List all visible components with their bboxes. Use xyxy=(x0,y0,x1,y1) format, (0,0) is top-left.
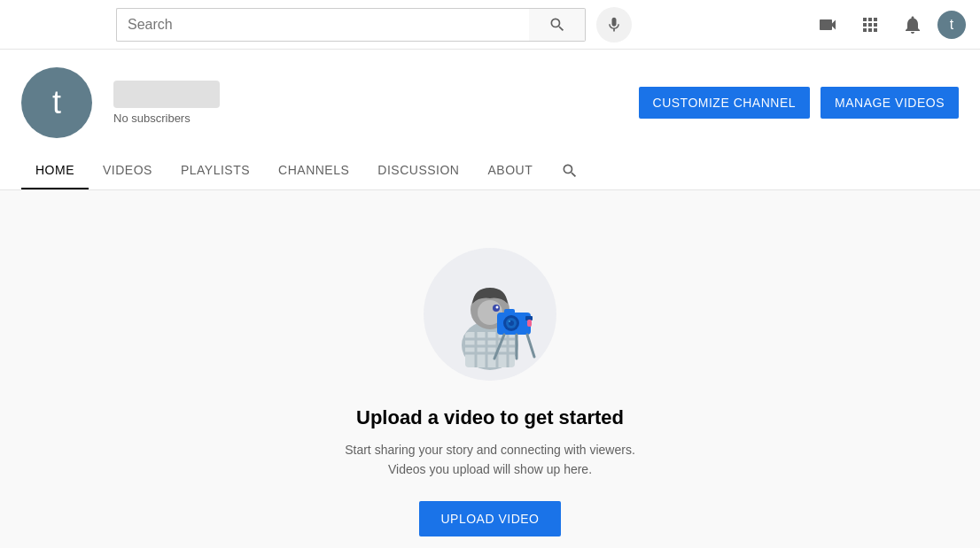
svg-rect-19 xyxy=(504,309,515,315)
channel-name xyxy=(113,81,220,108)
search-icon xyxy=(548,16,566,34)
tab-videos[interactable]: VIDEOS xyxy=(89,152,167,189)
apps-icon xyxy=(859,14,881,35)
search-area xyxy=(90,7,657,42)
channel-actions: CUSTOMIZE CHANNEL MANAGE VIDEOS xyxy=(639,87,959,119)
manage-videos-button[interactable]: MANAGE VIDEOS xyxy=(821,87,959,119)
channel-tabs: HOME VIDEOS PLAYLISTS CHANNELS DISCUSSIO… xyxy=(21,152,959,189)
search-icon-tab xyxy=(561,162,579,180)
channel-info: t No subscribers CUSTOMIZE CHANNEL MANAG… xyxy=(21,67,959,152)
create-video-button[interactable] xyxy=(810,7,845,42)
search-input[interactable] xyxy=(116,8,529,42)
tab-discussion[interactable]: DISCUSSION xyxy=(363,152,473,189)
tab-home[interactable]: HOME xyxy=(21,152,89,189)
topnav-right: t xyxy=(810,7,966,42)
apps-button[interactable] xyxy=(852,7,888,42)
search-form xyxy=(116,8,586,42)
svg-point-18 xyxy=(509,320,510,322)
channel-header: t No subscribers CUSTOMIZE CHANNEL MANAG… xyxy=(0,50,980,190)
channel-avatar: t xyxy=(21,67,92,138)
channel-subscribers: No subscribers xyxy=(113,112,639,125)
tab-about[interactable]: ABOUT xyxy=(473,152,547,189)
user-avatar-button[interactable]: t xyxy=(937,11,966,39)
tab-channels[interactable]: CHANNELS xyxy=(264,152,363,189)
customize-channel-button[interactable]: CUSTOMIZE CHANNEL xyxy=(639,87,810,119)
empty-state-title: Upload a video to get started xyxy=(356,406,624,429)
tab-playlists[interactable]: PLAYLISTS xyxy=(167,152,264,189)
channel-meta: No subscribers xyxy=(113,81,639,125)
svg-point-13 xyxy=(496,306,499,309)
search-button[interactable] xyxy=(529,8,586,42)
topnav: t xyxy=(0,0,980,50)
bell-icon xyxy=(902,14,923,35)
mic-button[interactable] xyxy=(596,7,632,42)
empty-illustration xyxy=(419,243,561,385)
notifications-button[interactable] xyxy=(895,7,930,42)
svg-rect-24 xyxy=(527,320,532,327)
camera-illustration xyxy=(419,243,561,385)
empty-state-description: Start sharing your story and connecting … xyxy=(339,440,641,480)
tab-search-button[interactable] xyxy=(554,155,586,187)
upload-video-button[interactable]: UPLOAD VIDEO xyxy=(419,501,560,536)
video-camera-icon xyxy=(817,14,838,35)
mic-icon xyxy=(605,16,623,34)
main-content: Upload a video to get started Start shar… xyxy=(0,190,980,548)
